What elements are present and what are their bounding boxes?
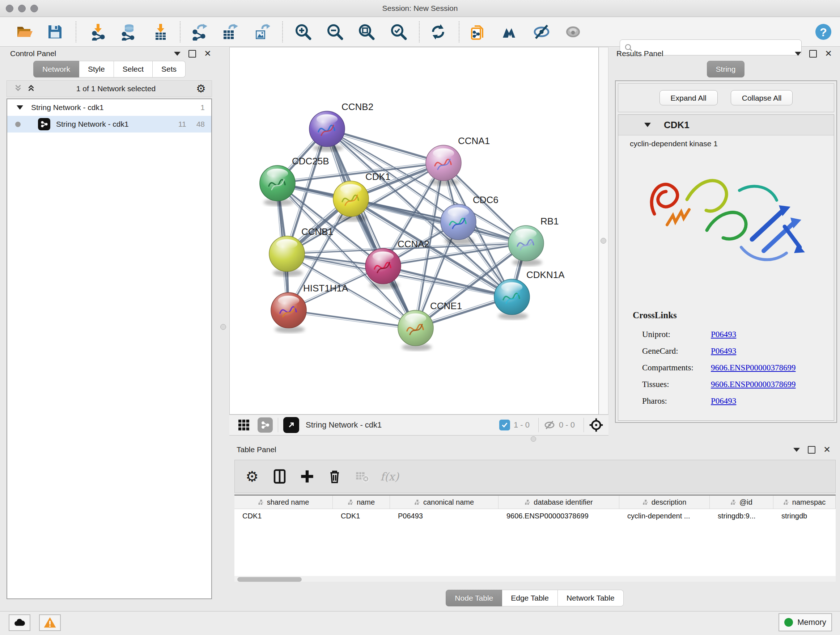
- table-cell[interactable]: CDK1: [333, 509, 390, 523]
- selected-checkbox-icon[interactable]: [499, 420, 510, 431]
- table-cell[interactable]: P06493: [390, 509, 499, 523]
- network-view-indicator: [15, 122, 21, 127]
- horizontal-scrollbar[interactable]: [234, 576, 836, 582]
- tab-sets[interactable]: Sets: [153, 61, 186, 78]
- show-columns-button[interactable]: [270, 466, 290, 486]
- results-panel-controls: ✕: [795, 50, 832, 57]
- show-all-button[interactable]: [563, 22, 583, 42]
- export-table-button[interactable]: [219, 22, 239, 42]
- import-table-button[interactable]: [151, 22, 171, 42]
- panel-menu-icon[interactable]: [795, 52, 801, 56]
- node-table: shared namenamecanonical namedatabase id…: [234, 494, 836, 582]
- float-panel-icon[interactable]: [188, 50, 196, 57]
- import-network-database-button[interactable]: [118, 22, 138, 42]
- tab-style[interactable]: Style: [79, 61, 114, 78]
- network-view-badge-icon[interactable]: [257, 417, 273, 432]
- apply-layout-button[interactable]: [428, 22, 448, 42]
- collapse-all-button[interactable]: Collapse All: [731, 90, 793, 105]
- close-panel-icon[interactable]: ✕: [823, 447, 831, 453]
- table-cell[interactable]: stringdb:9...: [710, 509, 774, 523]
- tab-network-table[interactable]: Network Table: [558, 590, 624, 606]
- crosslink-link[interactable]: 9606.ENSP00000378699: [711, 363, 796, 372]
- open-session-button[interactable]: [15, 22, 34, 42]
- crosslink-link[interactable]: P06493: [711, 396, 736, 406]
- float-panel-icon[interactable]: [808, 446, 815, 454]
- panel-menu-icon[interactable]: [793, 448, 800, 452]
- expand-all-button[interactable]: Expand All: [660, 90, 718, 105]
- left-splitter-handle[interactable]: [220, 324, 226, 330]
- function-builder-button[interactable]: f(x): [379, 466, 400, 486]
- expand-all-networks-icon[interactable]: [27, 83, 36, 94]
- crosslink-link[interactable]: 9606.ENSP00000378699: [711, 380, 796, 389]
- zoom-out-button[interactable]: [325, 22, 345, 42]
- network-node-CCNA1[interactable]: [426, 145, 461, 186]
- clone-network-button[interactable]: [469, 22, 488, 42]
- network-node-CDKN1A[interactable]: [494, 279, 530, 320]
- first-neighbors-button[interactable]: [500, 22, 520, 42]
- table-cell[interactable]: 9606.ENSP00000378699: [499, 509, 619, 523]
- cloud-status-button[interactable]: [9, 614, 30, 631]
- table-row[interactable]: CDK1CDK1P064939606.ENSP00000378699cyclin…: [234, 509, 836, 523]
- export-network-button[interactable]: [189, 22, 209, 42]
- network-graph[interactable]: CCNB2CCNA1CDC25BCDK1CDC6RB1CCNB1CCNA2CDK…: [230, 48, 598, 414]
- save-icon: [46, 23, 64, 41]
- crosslink-link[interactable]: P06493: [711, 330, 736, 339]
- scrollbar-thumb[interactable]: [237, 577, 302, 582]
- tab-string[interactable]: String: [707, 61, 745, 78]
- zoom-in-button[interactable]: [294, 22, 313, 42]
- gene-collapse-icon[interactable]: [644, 123, 651, 127]
- network-node-CCNB1[interactable]: [269, 236, 305, 277]
- warnings-button[interactable]: [39, 614, 61, 631]
- add-column-button[interactable]: [297, 466, 317, 486]
- column-type-icon: [258, 499, 264, 505]
- detach-view-button[interactable]: [283, 417, 299, 433]
- network-node-CDC25B[interactable]: [260, 165, 295, 206]
- tab-network[interactable]: Network: [33, 61, 79, 78]
- crosslink-link[interactable]: P06493: [711, 347, 736, 356]
- help-button[interactable]: ?: [813, 22, 833, 42]
- close-panel-icon[interactable]: ✕: [825, 51, 832, 57]
- collection-expand-icon[interactable]: [17, 105, 23, 110]
- panel-menu-icon[interactable]: [174, 52, 180, 56]
- import-network-file-button[interactable]: [88, 22, 108, 42]
- column-header--id[interactable]: @id: [710, 496, 774, 509]
- network-canvas[interactable]: CCNB2CCNA1CDC25BCDK1CDC6RB1CCNB1CCNA2CDK…: [229, 47, 599, 415]
- network-node-CCNB2[interactable]: [309, 111, 345, 152]
- save-session-button[interactable]: [45, 22, 65, 42]
- export-image-button[interactable]: [252, 22, 271, 42]
- column-header-namespac[interactable]: namespac: [774, 496, 836, 509]
- grid-view-button[interactable]: [234, 415, 254, 435]
- right-splitter-handle[interactable]: [600, 238, 606, 244]
- column-header-description[interactable]: description: [619, 496, 710, 509]
- network-node-HIST1H1A[interactable]: [271, 293, 306, 333]
- column-header-shared-name[interactable]: shared name: [234, 496, 333, 509]
- delete-table-button[interactable]: [352, 466, 372, 486]
- network-node-CCNE1[interactable]: [398, 310, 433, 351]
- memory-button[interactable]: Memory: [778, 613, 832, 631]
- table-cell[interactable]: CDK1: [234, 509, 333, 523]
- float-panel-icon[interactable]: [809, 50, 817, 57]
- tab-select[interactable]: Select: [114, 61, 153, 78]
- network-node-RB1[interactable]: [508, 226, 544, 266]
- tab-node-table[interactable]: Node Table: [446, 590, 502, 606]
- close-panel-icon[interactable]: ✕: [204, 51, 211, 57]
- tab-edge-table[interactable]: Edge Table: [502, 590, 558, 606]
- column-header-database-identifier[interactable]: database identifier: [499, 496, 619, 509]
- table-cell[interactable]: cyclin-dependent ...: [619, 509, 710, 523]
- collapse-all-networks-icon[interactable]: [13, 83, 23, 94]
- crosslink-label: Uniprot:: [642, 330, 711, 339]
- horizontal-splitter-handle[interactable]: [531, 436, 536, 442]
- zoom-selected-button[interactable]: [389, 22, 409, 42]
- table-cell[interactable]: stringdb: [774, 509, 836, 523]
- network-options-gear-icon[interactable]: ⚙: [196, 83, 206, 94]
- zoom-fit-button[interactable]: [357, 22, 376, 42]
- table-options-gear-icon[interactable]: ⚙: [242, 466, 262, 486]
- delete-column-button[interactable]: [325, 466, 345, 486]
- gene-section-header[interactable]: CDK1: [618, 115, 834, 135]
- network-collection-row[interactable]: String Network - cdk1 1: [7, 99, 211, 116]
- column-header-canonical-name[interactable]: canonical name: [390, 496, 499, 509]
- hide-selected-button[interactable]: [532, 22, 551, 42]
- fit-selected-crosshair-icon[interactable]: [589, 418, 603, 432]
- network-row[interactable]: String Network - cdk1 11 48: [7, 116, 211, 133]
- column-header-name[interactable]: name: [333, 496, 390, 509]
